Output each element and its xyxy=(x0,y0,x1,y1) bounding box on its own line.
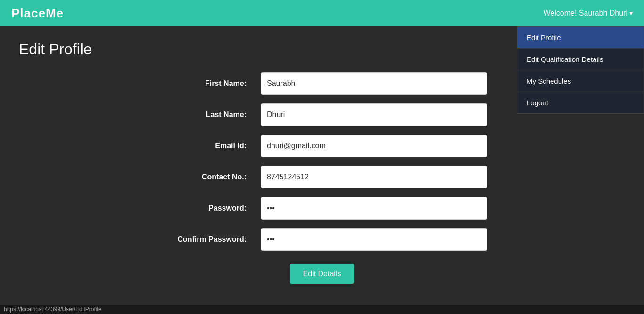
dropdown-item-my-schedules[interactable]: My Schedules xyxy=(517,70,644,92)
contact-row: Contact No.: xyxy=(157,166,487,188)
confirm-password-input[interactable] xyxy=(261,228,487,251)
status-url: https://localhost:44399/User/EditProfile xyxy=(4,306,101,313)
first-name-row: First Name: xyxy=(157,72,487,95)
password-input[interactable] xyxy=(261,197,487,220)
status-bar: https://localhost:44399/User/EditProfile xyxy=(0,305,644,314)
dropdown-item-logout[interactable]: Logout xyxy=(517,92,644,113)
first-name-input[interactable] xyxy=(261,72,487,95)
email-label: Email Id: xyxy=(157,142,261,150)
password-row: Password: xyxy=(157,197,487,220)
last-name-label: Last Name: xyxy=(157,110,261,119)
last-name-row: Last Name: xyxy=(157,103,487,126)
password-label: Password: xyxy=(157,204,261,212)
confirm-password-label: Confirm Password: xyxy=(157,235,261,244)
confirm-password-row: Confirm Password: xyxy=(157,228,487,251)
navbar: PlaceMe Welcome! Saurabh Dhuri xyxy=(0,0,644,26)
dropdown-item-edit-qualification[interactable]: Edit Qualification Details xyxy=(517,49,644,70)
edit-details-button[interactable]: Edit Details xyxy=(290,264,355,284)
contact-input[interactable] xyxy=(261,166,487,188)
last-name-input[interactable] xyxy=(261,103,487,126)
app-brand: PlaceMe xyxy=(11,6,64,21)
contact-label: Contact No.: xyxy=(157,173,261,181)
user-dropdown-menu: Edit Profile Edit Qualification Details … xyxy=(517,26,644,114)
user-menu-toggle[interactable]: Welcome! Saurabh Dhuri xyxy=(544,9,633,17)
dropdown-item-edit-profile[interactable]: Edit Profile xyxy=(517,27,644,49)
email-row: Email Id: xyxy=(157,135,487,157)
email-input[interactable] xyxy=(261,135,487,157)
first-name-label: First Name: xyxy=(157,79,261,88)
